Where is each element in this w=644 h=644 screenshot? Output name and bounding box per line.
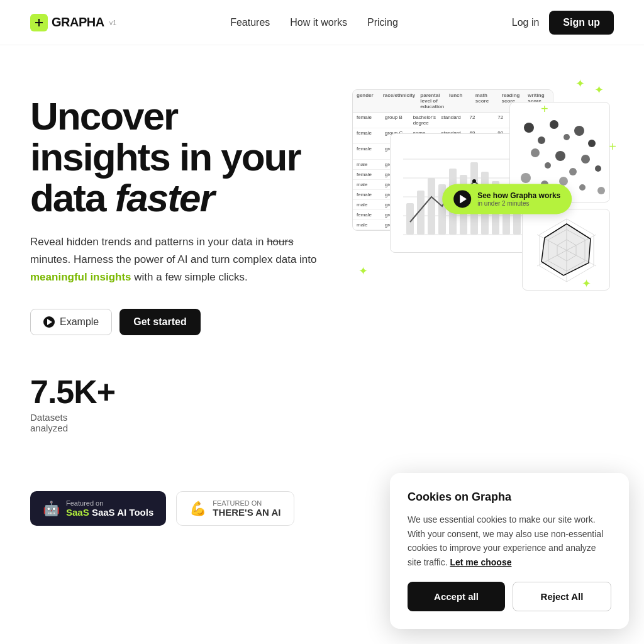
badge-name-2: THERE'S AN AI [213, 507, 280, 518]
svg-point-20 [524, 123, 534, 133]
cookie-banner: Cookies on Grapha We use essential cooki… [390, 473, 629, 526]
logo-text: GRAPHA [52, 15, 104, 30]
nav-how-it-works[interactable]: How it works [290, 17, 347, 28]
get-started-button[interactable]: Get started [119, 309, 200, 335]
hero-title: Uncover insights in your data faster [30, 96, 332, 218]
hero-description: Reveal hidden trends and patterns in you… [30, 233, 332, 286]
logo-icon [30, 14, 48, 31]
svg-marker-46 [541, 224, 591, 275]
hero-buttons: Example Get started [30, 309, 332, 335]
plus-icon-1: + [609, 140, 616, 154]
nav-pricing[interactable]: Pricing [367, 17, 398, 28]
hero-left: Uncover insights in your data faster Rev… [30, 96, 332, 335]
svg-point-31 [595, 165, 601, 172]
sparkle-icon-2: ✦ [594, 83, 604, 97]
svg-point-22 [550, 120, 558, 129]
plus-icon-2: + [541, 102, 548, 116]
svg-rect-9 [428, 178, 435, 235]
logo-version: v1 [109, 19, 117, 26]
svg-point-19 [472, 179, 476, 183]
stats-section: 7.5K+ Datasets analyzed [0, 373, 644, 433]
stat-number: 7.5K+ [30, 373, 614, 411]
badge-icon-1: 🤖 [43, 501, 60, 517]
svg-rect-1 [38, 19, 40, 26]
navigation: GRAPHA v1 Features How it works Pricing … [0, 0, 644, 45]
svg-point-26 [531, 148, 540, 157]
nav-actions: Log in Sign up [512, 11, 614, 35]
play-text: See how Grapha works [477, 191, 560, 200]
radar-chart-viz [522, 209, 610, 291]
badge-saas-ai-tools: 🤖 Featured on SaaS SaaS AI Tools [30, 491, 166, 526]
play-circle-icon [453, 190, 471, 208]
sparkle-icon-3: ✦ [358, 264, 368, 278]
stat-label: Datasets analyzed [30, 412, 614, 433]
svg-point-21 [538, 136, 545, 144]
hero-image: genderrace/ethnicityparental level of ed… [352, 89, 614, 291]
svg-point-27 [545, 162, 551, 169]
signup-button[interactable]: Sign up [549, 11, 614, 35]
play-button-overlay[interactable]: See how Grapha works in under 2 minutes [442, 184, 572, 214]
play-subtext: in under 2 minutes [477, 200, 560, 207]
svg-point-32 [521, 173, 531, 183]
sparkle-icon-4: ✦ [582, 277, 591, 291]
badge-name-1: SaaS SaaS AI Tools [66, 507, 153, 518]
example-button[interactable]: Example [30, 309, 112, 335]
svg-point-23 [564, 134, 570, 140]
svg-point-29 [569, 168, 577, 175]
hero-section: Uncover insights in your data faster Rev… [0, 45, 644, 360]
cookie-description: We use essential cookies to make our sit… [408, 513, 611, 526]
logo-link[interactable]: GRAPHA v1 [30, 14, 116, 31]
badge-icon-2: 💪 [189, 501, 206, 517]
svg-point-36 [597, 187, 605, 194]
svg-point-35 [579, 184, 586, 191]
sparkle-icon-1: ✦ [575, 77, 585, 91]
nav-links: Features How it works Pricing [230, 17, 398, 28]
svg-point-28 [555, 151, 565, 161]
svg-point-24 [574, 126, 584, 136]
badge-theres-an-ai: 💪 FEATURED ON THERE'S AN AI [176, 491, 294, 526]
nav-features[interactable]: Features [230, 17, 270, 28]
svg-point-25 [588, 140, 596, 147]
play-icon [43, 316, 55, 328]
svg-point-30 [581, 155, 590, 164]
login-button[interactable]: Log in [512, 17, 540, 28]
cookie-title: Cookies on Grapha [408, 491, 611, 504]
